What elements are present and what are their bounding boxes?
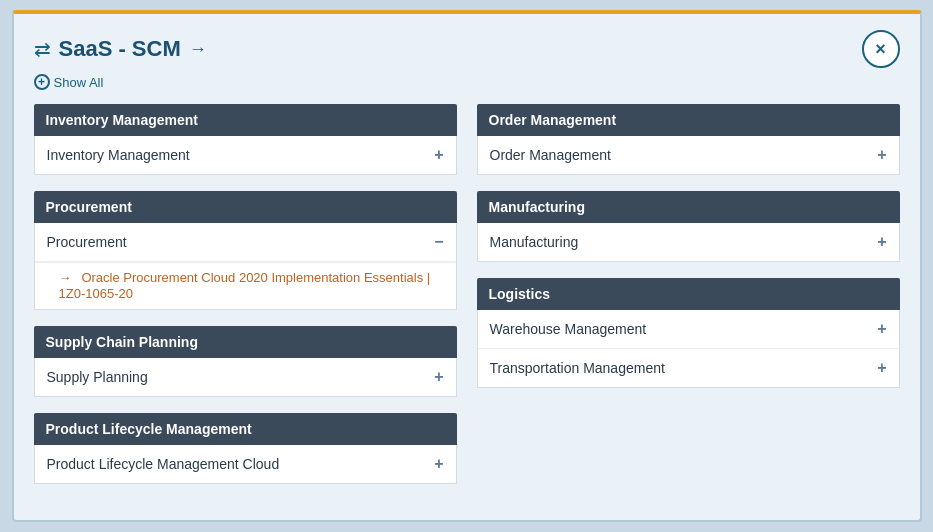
section-logistics: Logistics Warehouse Management + Transpo… (477, 278, 900, 388)
item-label: Supply Planning (47, 369, 148, 385)
section-header-manufacturing: Manufacturing (477, 191, 900, 223)
left-column: Inventory Management Inventory Managemen… (34, 104, 457, 500)
item-label: Product Lifecycle Management Cloud (47, 456, 280, 472)
item-label: Order Management (490, 147, 611, 163)
modal: ⇄ SaaS - SCM → × + Show All Inventory Ma… (12, 10, 922, 522)
list-item: Inventory Management + (35, 136, 456, 174)
section-header-supply-chain-planning: Supply Chain Planning (34, 326, 457, 358)
item-label: Warehouse Management (490, 321, 647, 337)
section-body-order-management: Order Management + (477, 136, 900, 175)
section-manufacturing: Manufacturing Manufacturing + (477, 191, 900, 262)
show-all-label: Show All (54, 75, 104, 90)
item-label: Procurement (47, 234, 127, 250)
sub-item-procurement-link: → Oracle Procurement Cloud 2020 Implemen… (35, 262, 456, 309)
list-item: Warehouse Management + (478, 310, 899, 349)
close-button[interactable]: × (862, 30, 900, 68)
sub-item-link[interactable]: Oracle Procurement Cloud 2020 Implementa… (59, 270, 431, 301)
list-item: Procurement − (35, 223, 456, 262)
section-supply-chain-planning: Supply Chain Planning Supply Planning + (34, 326, 457, 397)
navigate-arrow-icon[interactable]: → (189, 39, 207, 60)
section-product-lifecycle-management: Product Lifecycle Management Product Lif… (34, 413, 457, 484)
list-item: Manufacturing + (478, 223, 899, 261)
add-icon[interactable]: + (877, 233, 886, 251)
collapse-icon[interactable]: − (434, 233, 443, 251)
add-icon[interactable]: + (877, 320, 886, 338)
item-label: Transportation Management (490, 360, 665, 376)
add-icon[interactable]: + (877, 359, 886, 377)
section-inventory-management: Inventory Management Inventory Managemen… (34, 104, 457, 175)
section-header-plm: Product Lifecycle Management (34, 413, 457, 445)
show-all-icon: + (34, 74, 50, 90)
modal-title-area: ⇄ SaaS - SCM → (34, 36, 207, 62)
section-body-procurement: Procurement − → Oracle Procurement Cloud… (34, 223, 457, 310)
section-body-manufacturing: Manufacturing + (477, 223, 900, 262)
content-grid: Inventory Management Inventory Managemen… (34, 104, 900, 500)
section-header-order-management: Order Management (477, 104, 900, 136)
right-column: Order Management Order Management + Manu… (477, 104, 900, 500)
list-item: Transportation Management + (478, 349, 899, 387)
section-header-procurement: Procurement (34, 191, 457, 223)
add-icon[interactable]: + (877, 146, 886, 164)
section-procurement: Procurement Procurement − → Oracle Procu… (34, 191, 457, 310)
list-item: Product Lifecycle Management Cloud + (35, 445, 456, 483)
section-header-inventory-management: Inventory Management (34, 104, 457, 136)
transfer-icon: ⇄ (34, 37, 51, 61)
add-icon[interactable]: + (434, 368, 443, 386)
section-body-inventory-management: Inventory Management + (34, 136, 457, 175)
modal-header: ⇄ SaaS - SCM → × (34, 30, 900, 68)
add-icon[interactable]: + (434, 455, 443, 473)
item-label: Manufacturing (490, 234, 579, 250)
item-label: Inventory Management (47, 147, 190, 163)
section-header-logistics: Logistics (477, 278, 900, 310)
section-body-supply-chain-planning: Supply Planning + (34, 358, 457, 397)
add-icon[interactable]: + (434, 146, 443, 164)
section-body-plm: Product Lifecycle Management Cloud + (34, 445, 457, 484)
section-order-management: Order Management Order Management + (477, 104, 900, 175)
sub-item-arrow-icon: → (59, 270, 72, 285)
list-item: Order Management + (478, 136, 899, 174)
list-item: Supply Planning + (35, 358, 456, 396)
section-body-logistics: Warehouse Management + Transportation Ma… (477, 310, 900, 388)
modal-title: SaaS - SCM (59, 36, 181, 62)
show-all-button[interactable]: + Show All (34, 74, 900, 90)
